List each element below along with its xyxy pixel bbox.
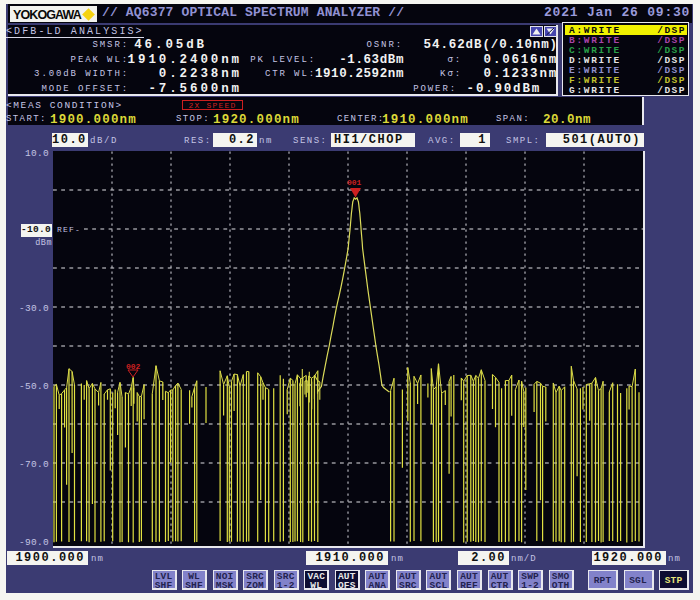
svg-text:001: 001 [347,178,362,187]
